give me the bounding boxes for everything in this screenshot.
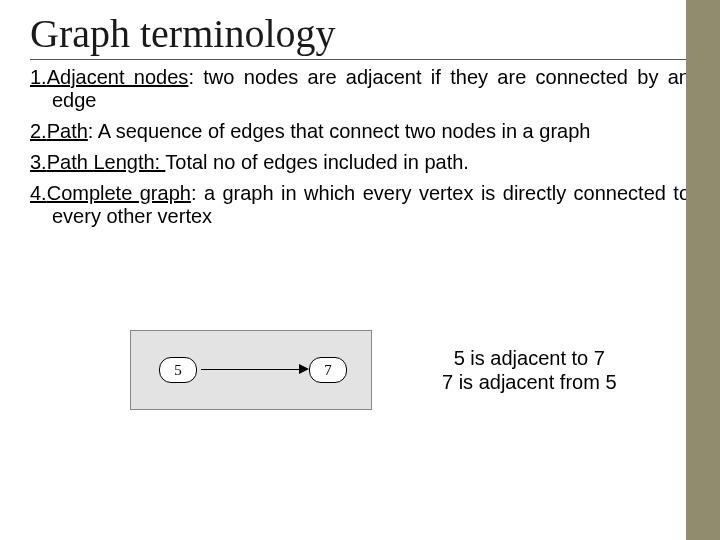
item-rest: Total no of edges included in path.	[165, 151, 469, 173]
item-term: Path Length:	[47, 151, 166, 173]
list-item: 4.Complete graph: a graph in which every…	[30, 182, 690, 228]
list-item: 1.Adjacent nodes: two nodes are adjacent…	[30, 66, 690, 112]
item-term: Path	[47, 120, 88, 142]
arrow-head-icon	[299, 364, 309, 374]
item-term: Complete graph	[47, 182, 191, 204]
edge-line	[201, 369, 301, 370]
slide-title: Graph terminology	[30, 10, 690, 60]
graph-node-left: 5	[159, 357, 197, 383]
list-item: 2.Path: A sequence of edges that connect…	[30, 120, 690, 143]
caption-line: 7 is adjacent from 5	[442, 370, 617, 394]
item-rest: : A sequence of edges that connect two n…	[88, 120, 591, 142]
definitions-list: 1.Adjacent nodes: two nodes are adjacent…	[0, 66, 720, 228]
item-number: 4.	[30, 182, 47, 204]
item-number: 2.	[30, 120, 47, 142]
diagram-caption: 5 is adjacent to 7 7 is adjacent from 5	[442, 346, 617, 394]
caption-line: 5 is adjacent to 7	[442, 346, 617, 370]
adjacency-diagram: 5 7	[130, 330, 372, 410]
item-number: 3.	[30, 151, 47, 173]
item-number: 1.	[30, 66, 47, 88]
slide-accent-bar	[686, 0, 720, 540]
graph-node-right: 7	[309, 357, 347, 383]
list-item: 3.Path Length: Total no of edges include…	[30, 151, 690, 174]
item-term: Adjacent nodes	[47, 66, 189, 88]
